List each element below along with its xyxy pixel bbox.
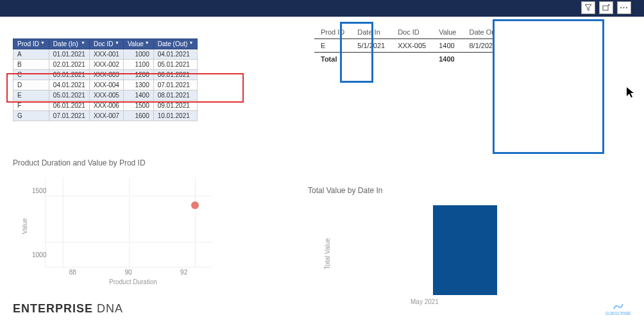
table-cell: XXX-001 [89, 49, 123, 60]
table-cell: C [13, 70, 49, 80]
table-row: B02.01.2021XXX-002110005.01.2021 [13, 60, 198, 70]
checkbox-icon[interactable] [498, 108, 504, 115]
table-cell: 06.01.2021 [153, 70, 198, 80]
slicer-scrollbar-thumb[interactable] [593, 73, 595, 92]
slicer-item[interactable]: 4/28/2021 [494, 40, 597, 49]
checkbox-icon[interactable] [498, 58, 504, 65]
checkbox-icon[interactable] [498, 42, 504, 48]
slicer-item-label: 5/1/2021 [508, 66, 533, 73]
scatter-point[interactable] [191, 201, 199, 209]
source-col-header[interactable]: Value▼ [123, 39, 153, 49]
slicer-item-label: 4/29/2021 [508, 49, 537, 56]
slicer-item-label: 5/6/2021 [508, 108, 533, 115]
table-cell: 03.01.2021 [49, 70, 89, 80]
table-row[interactable]: E5/1/2021XXX-00514008/1/2021 [314, 39, 504, 53]
slicer-item[interactable]: 5/5/2021 [494, 99, 597, 107]
table-cell: F [13, 101, 49, 111]
slicer-item-label: 5/4/2021 [508, 91, 533, 98]
slicer-item[interactable]: 5/3/2021 [494, 82, 597, 90]
scatter-y-axis-title: Value [21, 218, 28, 234]
slicer-item[interactable]: 5/2/2021 [494, 74, 597, 82]
y-tick-label: 1000 [32, 251, 46, 258]
checkbox-icon[interactable] [498, 50, 504, 56]
slicer-item[interactable]: 5/8/2021 [494, 124, 597, 132]
bar-plot-area [334, 205, 500, 295]
more-options-icon[interactable]: ··· [617, 1, 631, 14]
table-cell: 1200 [123, 70, 153, 80]
table-cell: XXX-002 [89, 60, 123, 70]
filtered-col-header[interactable]: Prod ID [314, 26, 351, 39]
table-cell: 06.01.2021 [49, 101, 89, 111]
table-cell: XXX-005 [89, 90, 123, 101]
checkbox-icon[interactable] [498, 125, 504, 131]
table-row: G07.01.2021XXX-007160010.01.2021 [13, 111, 198, 121]
slicer-title: Date [494, 22, 597, 32]
table-cell: 04.01.2021 [153, 49, 198, 60]
table-cell: 07.01.2021 [153, 80, 198, 90]
total-row: Total1400 [314, 53, 504, 66]
checkbox-icon[interactable] [498, 83, 504, 90]
slicer-item[interactable]: 5/7/2021 [494, 115, 597, 124]
slicer-item[interactable]: 5/1/2021 [494, 65, 597, 74]
slicer-item[interactable]: 5/4/2021 [494, 90, 597, 99]
slicer-item-label: 5/7/2021 [508, 116, 533, 123]
filtered-col-header[interactable]: Date In [351, 26, 391, 39]
table-row: C03.01.2021XXX-003120006.01.2021 [13, 70, 198, 80]
table-cell: XXX-006 [89, 101, 123, 111]
slicer-item[interactable]: 4/27/2021 [494, 32, 597, 40]
checkbox-icon[interactable] [498, 100, 504, 106]
table-row: D04.01.2021XXX-004130007.01.2021 [13, 80, 198, 90]
slicer-item[interactable]: 4/29/2021 [494, 49, 597, 57]
checkbox-icon[interactable] [498, 92, 504, 98]
x-tick-label: 90 [124, 269, 131, 276]
source-col-header[interactable]: Prod ID▼ [13, 39, 49, 49]
slicer-item-label: 4/30/2021 [508, 58, 537, 65]
table-cell: 09.01.2021 [153, 101, 198, 111]
filtered-result-table[interactable]: Prod IDDate InDoc IDValueDate Out E5/1/2… [314, 26, 504, 65]
table-cell [351, 53, 391, 66]
scatter-x-axis-title: Product Duration [109, 278, 157, 285]
filtered-col-header[interactable]: Value [432, 26, 462, 39]
slicer-item[interactable]: 5/6/2021 [494, 107, 597, 115]
table-cell: G [13, 111, 49, 121]
table-row: A01.01.2021XXX-001100004.01.2021 [13, 49, 198, 60]
slicer-item-label: 5/5/2021 [508, 99, 533, 106]
scatter-chart[interactable]: Product Duration and Value by Prod ID Va… [13, 158, 225, 293]
subscribe-badge[interactable]: SUBSCRIBE [606, 303, 631, 316]
focus-mode-icon[interactable] [599, 1, 613, 14]
checkbox-icon[interactable] [498, 75, 504, 81]
table-cell: D [13, 80, 49, 90]
table-cell: 1500 [123, 101, 153, 111]
checkbox-icon[interactable] [498, 117, 504, 123]
filtered-col-header[interactable]: Doc ID [391, 26, 432, 39]
slicer-item[interactable]: 4/30/2021 [494, 57, 597, 65]
table-cell: 02.01.2021 [49, 60, 89, 70]
table-cell [391, 53, 432, 66]
bar-title: Total Value by Date In [308, 186, 500, 195]
table-cell: 05.01.2021 [49, 90, 89, 101]
table-cell: 1400 [123, 90, 153, 101]
source-col-header[interactable]: Doc ID▼ [89, 39, 123, 49]
table-cell: XXX-003 [89, 70, 123, 80]
table-row: E05.01.2021XXX-005140008.01.2021 [13, 90, 198, 101]
checkbox-icon[interactable] [498, 33, 504, 40]
table-cell: XXX-005 [391, 39, 432, 53]
filter-icon[interactable] [581, 1, 595, 14]
bar-chart[interactable]: Total Value by Date In Total Value May 2… [308, 186, 500, 314]
bar-rect[interactable] [433, 205, 497, 295]
y-tick-label: 1500 [32, 187, 46, 194]
table-cell: 1000 [123, 49, 153, 60]
source-col-header[interactable]: Date (Out)▼ [153, 39, 198, 49]
table-cell: 08.01.2021 [153, 90, 198, 101]
table-cell: 1600 [123, 111, 153, 121]
table-cell: 1400 [432, 39, 462, 53]
date-slicer[interactable]: Date 4/27/20214/28/20214/29/20214/30/202… [494, 22, 597, 132]
table-cell: Total [314, 53, 351, 66]
table-cell: 07.01.2021 [49, 111, 89, 121]
checkbox-icon[interactable] [498, 67, 504, 73]
slicer-item-label: 5/8/2021 [508, 124, 533, 131]
svg-rect-0 [603, 6, 608, 10]
table-cell: 5/1/2021 [351, 39, 391, 53]
table-cell: E [13, 90, 49, 101]
source-col-header[interactable]: Date (In)▼ [49, 39, 89, 49]
